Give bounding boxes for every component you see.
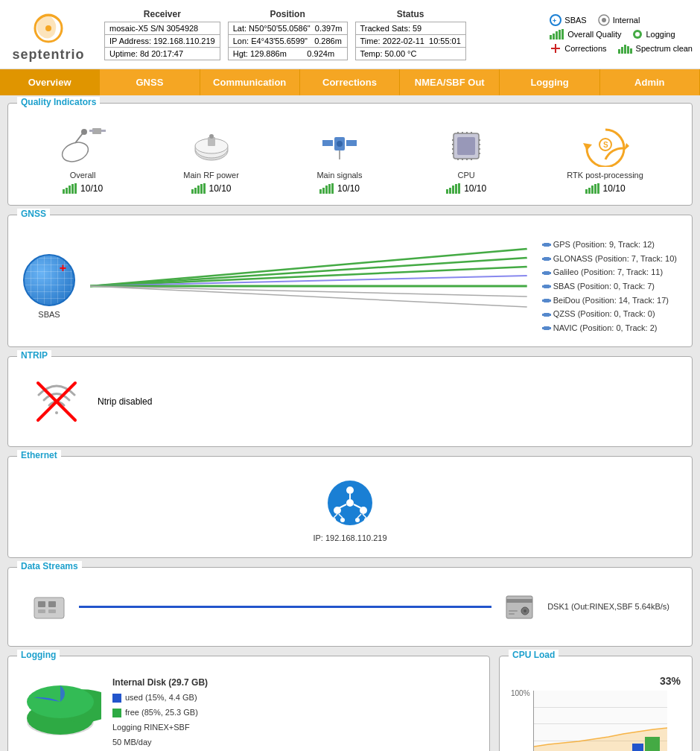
datastream-dest-icon xyxy=(503,590,536,624)
nav-logging[interactable]: Logging xyxy=(500,69,599,95)
list-item: SBAS (Position: 0, Track: 7) xyxy=(542,279,677,294)
bottom-row: Logging xyxy=(7,656,693,751)
svg-rect-30 xyxy=(74,183,77,194)
nav-gnss[interactable]: GNSS xyxy=(100,69,200,95)
svg-rect-80 xyxy=(591,186,594,194)
quality-rf-icon xyxy=(185,122,238,167)
svg-rect-81 xyxy=(594,184,596,194)
svg-point-114 xyxy=(346,487,354,494)
quality-overall-icon xyxy=(57,122,109,167)
quality-items: Overall 10/10 Main RF power xyxy=(16,111,684,197)
svg-point-124 xyxy=(364,518,369,522)
svg-rect-102 xyxy=(544,299,550,302)
svg-rect-79 xyxy=(588,188,591,194)
nav-corrections[interactable]: Corrections xyxy=(300,69,400,95)
overall-quality-icon xyxy=(550,29,564,39)
ethernet-title: Ethernet xyxy=(17,450,61,460)
table-row: Uptime: 8d 20:17:47 xyxy=(105,47,220,60)
svg-rect-91 xyxy=(542,244,544,246)
svg-rect-100 xyxy=(542,285,544,288)
ntrip-content: Ntrip disabled xyxy=(16,364,684,439)
navigation: Overview GNSS Communication Corrections … xyxy=(0,69,700,95)
logo-text: septentrio xyxy=(12,47,84,63)
logging-title: Logging xyxy=(17,650,60,660)
svg-point-12 xyxy=(635,32,640,37)
nav-admin[interactable]: Admin xyxy=(600,69,700,95)
overall-quality-label: Overall Quality xyxy=(567,30,621,39)
logging-info: Internal Disk (29.7 GB) used (15%, 4.4 G… xyxy=(112,675,208,750)
svg-rect-39 xyxy=(200,184,203,194)
quality-rtk-label: RTK post-processing xyxy=(567,171,643,180)
quality-signals-score: 10/10 xyxy=(337,183,360,194)
cpu-chart-area xyxy=(533,691,667,751)
receiver-model: mosaic-X5 S/N 3054928 xyxy=(105,22,220,34)
svg-rect-29 xyxy=(71,184,74,194)
logging-free-label: free (85%, 25.3 GB) xyxy=(125,706,198,720)
status-title: Status xyxy=(355,9,466,19)
svg-rect-97 xyxy=(542,272,544,274)
cpu-label-100: 100% xyxy=(511,689,530,697)
svg-rect-110 xyxy=(549,327,551,329)
svg-rect-18 xyxy=(627,46,629,54)
cpu-bar-green xyxy=(645,737,660,751)
logging-disk-title: Internal Disk (29.7 GB) xyxy=(112,675,208,691)
nav-communication[interactable]: Communication xyxy=(200,69,300,95)
quality-rf: Main RF power 10/10 xyxy=(183,122,239,194)
overall-quality-status: Overall Quality xyxy=(550,29,621,39)
table-row: Lon: E4°43'55.6599" 0.286m xyxy=(228,34,347,47)
svg-rect-46 xyxy=(319,189,322,194)
table-row: Lat: N50°50'55.0586" 0.397m xyxy=(228,22,347,34)
svg-rect-96 xyxy=(544,271,550,275)
quality-overall-score: 10/10 xyxy=(80,183,103,194)
sbas-icon: + xyxy=(550,14,561,26)
pos-lon: Lon: E4°43'55.6599" 0.286m xyxy=(228,34,347,47)
logging-label: Logging xyxy=(646,30,675,39)
ethernet-content: IP: 192.168.110.219 xyxy=(16,464,684,550)
spectrum-label: Spectrum clean xyxy=(636,44,693,53)
svg-rect-26 xyxy=(63,189,65,194)
svg-rect-78 xyxy=(585,189,588,194)
svg-text:S: S xyxy=(603,141,608,149)
sat-glonass: GLONASS (Position: 7, Track: 10) xyxy=(553,252,677,266)
logging-status: Logging xyxy=(632,29,675,39)
gnss-globe-label: SBAS xyxy=(38,310,60,319)
svg-rect-94 xyxy=(542,258,544,260)
header: septentrio Receiver mosaic-X5 S/N 305492… xyxy=(0,0,700,69)
svg-rect-8 xyxy=(556,31,558,39)
logging-rate-value: 50 MB/day xyxy=(112,735,208,750)
datastreams-content: DSK1 (Out:RINEX,SBF 5.64kB/s) xyxy=(16,575,684,638)
used-color xyxy=(112,694,121,703)
quality-rf-bar: 10/10 xyxy=(191,183,232,194)
status-row-3: Corrections Spectrum clean xyxy=(550,42,693,54)
svg-rect-82 xyxy=(597,183,599,194)
datastream-label: DSK1 (Out:RINEX,SBF 5.64kB/s) xyxy=(547,602,669,611)
svg-point-117 xyxy=(346,499,354,507)
quality-overall-bar: 10/10 xyxy=(63,183,103,194)
nav-overview[interactable]: Overview xyxy=(0,69,100,95)
logging-pie-chart xyxy=(19,681,101,744)
cpu-title: CPU Load xyxy=(509,650,559,660)
svg-rect-10 xyxy=(561,29,564,39)
sat-beidou: BeiDou (Position: 14, Track: 17) xyxy=(553,294,669,308)
svg-rect-93 xyxy=(544,257,550,261)
svg-rect-108 xyxy=(544,326,550,330)
svg-rect-15 xyxy=(618,49,620,54)
table-row: Time: 2022-02-11 10:55:01 xyxy=(355,34,465,47)
ntrip-section: NTRIP Ntrip disabled xyxy=(7,356,693,447)
nav-nmea[interactable]: NMEA/SBF Out xyxy=(400,69,500,95)
list-item: GLONASS (Position: 7, Track: 10) xyxy=(542,252,677,266)
svg-rect-130 xyxy=(38,601,45,607)
free-color xyxy=(112,709,121,717)
quality-cpu-score: 10/10 xyxy=(464,183,486,194)
quality-rtk-icon: S xyxy=(576,122,635,167)
gnss-section: GNSS + SBAS xyxy=(7,215,693,347)
quality-section: Quality Indicators Overall 10/ xyxy=(7,103,693,206)
logging-free-legend: free (85%, 25.3 GB) xyxy=(112,706,208,720)
status-temp: Temp: 50.00 °C xyxy=(355,47,465,60)
status-tracked: Tracked Sats: 59 xyxy=(355,22,465,34)
quality-cpu-label: CPU xyxy=(458,171,475,180)
logging-section: Logging xyxy=(7,656,490,751)
position-title: Position xyxy=(228,9,348,19)
svg-text:+: + xyxy=(553,17,556,25)
receiver-uptime: Uptime: 8d 20:17:47 xyxy=(105,47,220,60)
